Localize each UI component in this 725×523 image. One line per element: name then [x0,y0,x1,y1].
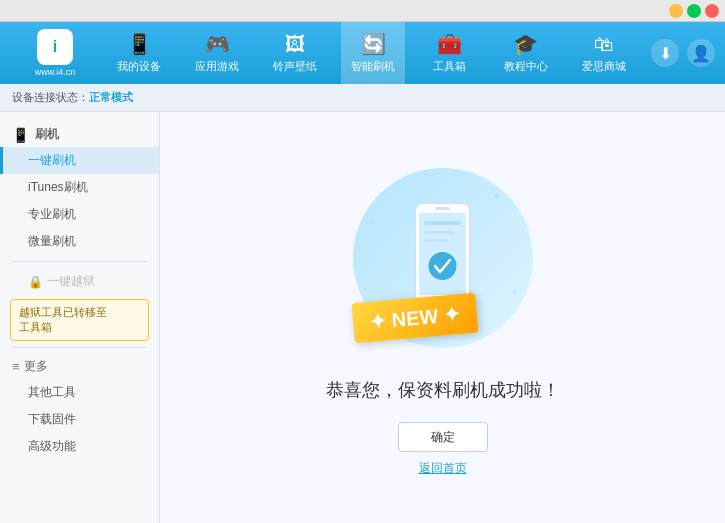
nav-right: ⬇ 👤 [651,39,715,67]
advanced-label: 高级功能 [28,438,76,455]
svg-rect-4 [424,221,461,225]
my-device-icon: 📱 [127,32,152,56]
wallpaper-icon: 🖼 [285,33,305,56]
download-button[interactable]: ⬇ [651,39,679,67]
logo-icon: i [37,29,73,65]
success-illustration: ✦ ✦ ✦ ✦ NEW ✦ [343,158,543,358]
status-value: 正常模式 [89,90,133,105]
one-click-flash-label: 一键刷机 [28,152,76,169]
more-label: 更多 [24,358,48,375]
success-text: 恭喜您，保资料刷机成功啦！ [326,378,560,402]
warning-line1: 越狱工具已转移至 [19,305,140,320]
nav-smart-flash[interactable]: 🔄 智能刷机 [341,22,405,84]
new-badge-star-right: ✦ [442,303,461,326]
more-icon: ≡ [12,359,20,374]
pro-flash-label: 专业刷机 [28,206,76,223]
sparkle-3: ✦ [510,287,518,298]
sidebar-item-other-tools[interactable]: 其他工具 [0,379,159,406]
sparkle-2: ✦ [368,218,376,229]
sidebar-item-restore-flash[interactable]: 微量刷机 [0,228,159,255]
nav-apps-games-label: 应用游戏 [195,59,239,74]
nav-tutorial-label: 教程中心 [504,59,548,74]
sidebar-disabled-jailbreak: 🔒 一键越狱 [0,268,159,295]
svg-point-7 [429,252,457,280]
new-badge-text: NEW [390,305,438,331]
confirm-button[interactable]: 确定 [398,422,488,452]
sidebar-item-itunes-flash[interactable]: iTunes刷机 [0,174,159,201]
other-tools-label: 其他工具 [28,384,76,401]
title-bar [0,0,725,22]
sidebar-item-pro-flash[interactable]: 专业刷机 [0,201,159,228]
svg-rect-6 [424,239,449,242]
logo-area: i www.i4.cn [10,29,100,77]
nav-my-device[interactable]: 📱 我的设备 [107,22,171,84]
device-status-bar: 设备连接状态： 正常模式 [0,84,725,112]
sidebar: 📱 刷机 一键刷机 iTunes刷机 专业刷机 微量刷机 🔒 一键越狱 越狱工具… [0,112,160,523]
lock-icon: 🔒 [28,275,43,289]
nav-shop[interactable]: 🛍 爱思商城 [572,22,636,84]
nav-apps-games[interactable]: 🎮 应用游戏 [185,22,249,84]
smart-flash-icon: 🔄 [361,32,386,56]
sidebar-item-download-firmware[interactable]: 下载固件 [0,406,159,433]
new-badge-star-left: ✦ [368,310,387,333]
sidebar-flash-header: 📱 刷机 [0,120,159,147]
nav-tools-label: 工具箱 [433,59,466,74]
jailbreak-label: 一键越狱 [47,273,95,290]
restore-flash-label: 微量刷机 [28,233,76,250]
download-firmware-label: 下载固件 [28,411,76,428]
warning-line2: 工具箱 [19,320,140,335]
go-home-link[interactable]: 返回首页 [419,460,467,477]
nav-tools[interactable]: 🧰 工具箱 [420,22,480,84]
status-label: 设备连接状态： [12,90,89,105]
sidebar-warning-box: 越狱工具已转移至 工具箱 [10,299,149,341]
header: i www.i4.cn 📱 我的设备 🎮 应用游戏 🖼 铃声壁纸 🔄 智能刷机 … [0,22,725,84]
nav-my-device-label: 我的设备 [117,59,161,74]
content-area: ✦ ✦ ✦ ✦ NEW ✦ 恭喜您，保资料刷机成功啦！ 确定 返回首页 [160,112,725,523]
apps-games-icon: 🎮 [205,32,230,56]
logo-text: www.i4.cn [35,67,76,77]
tutorial-icon: 🎓 [513,32,538,56]
flash-section-label: 刷机 [35,126,59,143]
user-button[interactable]: 👤 [687,39,715,67]
nav-shop-label: 爱思商城 [582,59,626,74]
tools-icon: 🧰 [437,32,462,56]
maximize-button[interactable] [687,4,701,18]
svg-rect-5 [424,231,454,234]
sidebar-divider-1 [12,261,147,262]
sparkle-1: ✦ [491,188,503,204]
nav-wallpaper-label: 铃声壁纸 [273,59,317,74]
nav-items: 📱 我的设备 🎮 应用游戏 🖼 铃声壁纸 🔄 智能刷机 🧰 工具箱 🎓 教程中心… [100,22,643,84]
nav-wallpaper[interactable]: 🖼 铃声壁纸 [263,22,327,84]
main-layout: 📱 刷机 一键刷机 iTunes刷机 专业刷机 微量刷机 🔒 一键越狱 越狱工具… [0,112,725,523]
sidebar-divider-2 [12,347,147,348]
close-button[interactable] [705,4,719,18]
sidebar-more-header: ≡ 更多 [0,354,159,379]
shop-icon: 🛍 [594,33,614,56]
minimize-button[interactable] [669,4,683,18]
itunes-flash-label: iTunes刷机 [28,179,88,196]
nav-smart-flash-label: 智能刷机 [351,59,395,74]
nav-tutorial[interactable]: 🎓 教程中心 [494,22,558,84]
sidebar-item-one-click-flash[interactable]: 一键刷机 [0,147,159,174]
svg-rect-3 [435,207,450,210]
sidebar-item-advanced[interactable]: 高级功能 [0,433,159,460]
flash-section-icon: 📱 [12,127,29,143]
